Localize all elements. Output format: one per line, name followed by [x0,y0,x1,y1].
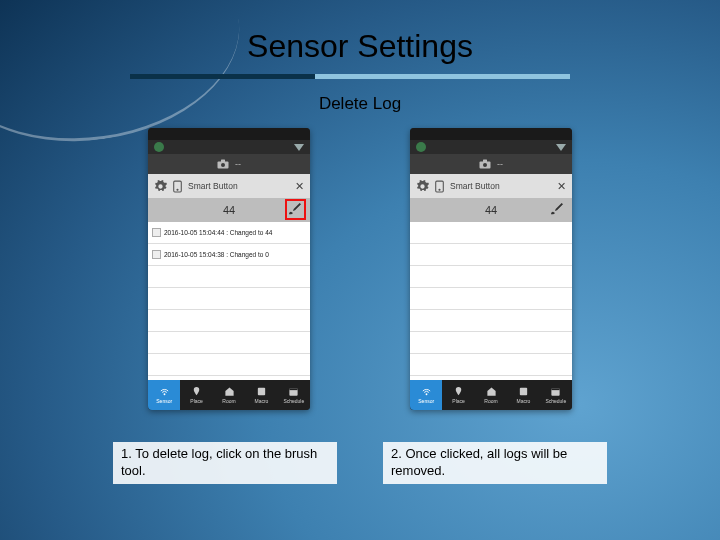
brush-tool-button[interactable] [286,200,304,218]
phone-screenshot-2: -- Smart Button ✕ 44 [410,128,572,410]
nav-label: Schedule [283,398,304,404]
nav-label: Schedule [545,398,566,404]
nav-macro[interactable]: Macro [245,380,277,410]
log-row-empty [410,288,572,310]
log-thumb-icon [152,250,161,259]
nav-schedule[interactable]: Schedule [540,380,572,410]
brush-tool-button[interactable] [548,200,566,218]
svg-point-2 [221,163,225,167]
phone-screenshot-1: -- Smart Button ✕ 44 2016-10-05 15:04:44… [148,128,310,410]
nav-label: Place [452,398,465,404]
svg-rect-17 [552,388,560,390]
page-subtitle: Delete Log [0,94,720,114]
log-row: 2016-10-05 15:04:38 : Changed to 0 [148,244,310,266]
calendar-icon [288,386,299,397]
nav-room[interactable]: Room [475,380,507,410]
log-text: 2016-10-05 15:04:44 : Changed to 44 [164,229,272,236]
nav-sensor[interactable]: Sensor [410,380,442,410]
camera-label: -- [497,159,503,169]
nav-schedule[interactable]: Schedule [278,380,310,410]
device-label: Smart Button [450,181,552,191]
gear-icon[interactable] [154,180,167,193]
nav-label: Room [222,398,235,404]
count-bar: 44 [148,198,310,222]
count-bar: 44 [410,198,572,222]
log-row-empty [410,354,572,376]
svg-point-13 [439,189,440,190]
calendar-icon [550,386,561,397]
nav-label: Place [190,398,203,404]
gear-icon[interactable] [416,180,429,193]
camera-label: -- [235,159,241,169]
macro-icon [518,386,529,397]
nav-label: Macro [254,398,268,404]
captions-row: 1. To delete log, click on the brush too… [0,442,720,484]
signal-icon [159,386,170,397]
log-row-empty [410,310,572,332]
home-icon [486,386,497,397]
device-icon [434,180,445,193]
header: Sensor Settings [0,28,720,65]
presence-dot-icon [416,142,426,152]
nav-room[interactable]: Room [213,380,245,410]
status-bar [148,128,310,140]
nav-label: Macro [516,398,530,404]
svg-point-11 [483,163,487,167]
log-row-empty [148,332,310,354]
macro-icon [256,386,267,397]
panel-header: Smart Button ✕ [148,174,310,198]
log-row-empty [148,354,310,376]
log-thumb-icon [152,228,161,237]
svg-point-4 [177,189,178,190]
bottom-nav: Sensor Place Room Macro Schedule [148,380,310,410]
camera-bar: -- [148,154,310,174]
log-row: 2016-10-05 15:04:44 : Changed to 44 [148,222,310,244]
svg-rect-1 [221,160,225,163]
dropdown-icon [294,144,304,151]
dropdown-icon [556,144,566,151]
log-list: 2016-10-05 15:04:44 : Changed to 44 2016… [148,222,310,380]
camera-icon [217,159,229,169]
nav-place[interactable]: Place [180,380,212,410]
nav-place[interactable]: Place [442,380,474,410]
device-label: Smart Button [188,181,290,191]
log-list [410,222,572,380]
log-row-empty [148,310,310,332]
svg-rect-6 [258,388,265,395]
svg-rect-15 [520,388,527,395]
log-row-empty [410,244,572,266]
svg-rect-8 [290,388,298,390]
count-value: 44 [223,204,235,216]
pin-icon [453,386,464,397]
brush-icon [549,201,565,217]
pin-icon [191,386,202,397]
top-strip [148,140,310,154]
caption-left: 1. To delete log, click on the brush too… [113,442,337,484]
nav-label: Room [484,398,497,404]
svg-point-5 [163,393,165,395]
log-row-empty [410,266,572,288]
svg-point-14 [425,393,427,395]
home-icon [224,386,235,397]
presence-dot-icon [154,142,164,152]
svg-rect-10 [483,160,487,163]
slide: Sensor Settings Delete Log -- Smart Butt… [0,0,720,540]
device-icon [172,180,183,193]
page-title: Sensor Settings [0,28,720,65]
log-row-empty [148,288,310,310]
log-text: 2016-10-05 15:04:38 : Changed to 0 [164,251,269,258]
count-value: 44 [485,204,497,216]
close-icon[interactable]: ✕ [557,180,566,193]
status-bar [410,128,572,140]
close-icon[interactable]: ✕ [295,180,304,193]
nav-sensor[interactable]: Sensor [148,380,180,410]
panel-header: Smart Button ✕ [410,174,572,198]
phone-row: -- Smart Button ✕ 44 2016-10-05 15:04:44… [0,128,720,410]
title-rule [130,74,570,79]
nav-label: Sensor [418,398,434,404]
log-row-empty [148,266,310,288]
top-strip [410,140,572,154]
nav-label: Sensor [156,398,172,404]
log-row-empty [410,332,572,354]
nav-macro[interactable]: Macro [507,380,539,410]
